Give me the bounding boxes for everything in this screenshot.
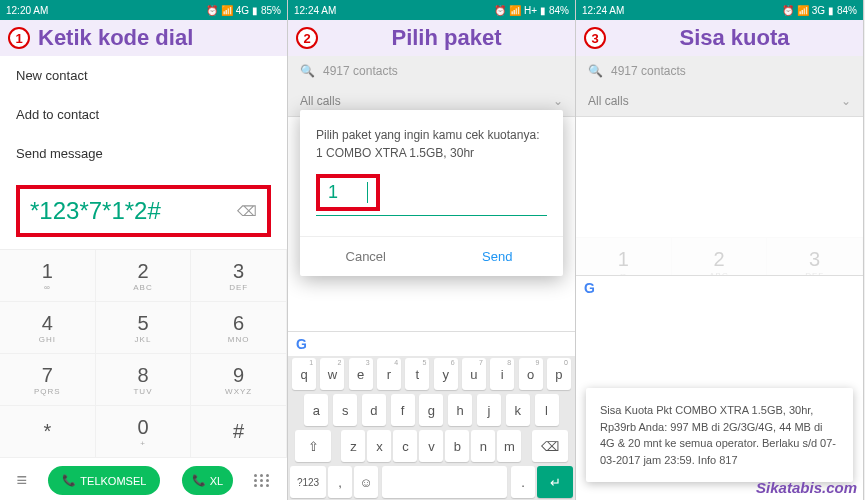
search-icon: 🔍 [300,64,315,78]
title-text: Ketik kode dial [38,25,279,51]
menu-icon[interactable]: ≡ [17,470,28,491]
status-right: ⏰ 📶 3G ▮ 84% [782,5,857,16]
key-a[interactable]: a [304,394,328,426]
key-z[interactable]: z [341,430,365,462]
title-bar: 1 Ketik kode dial [0,20,287,56]
input-underline [316,215,547,216]
key-p[interactable]: 0p [547,358,571,390]
key-9[interactable]: 9WXYZ [191,354,287,406]
key-2[interactable]: 2ABC [96,250,192,302]
search-row[interactable]: 🔍 4917 contacts [288,56,575,86]
key-l[interactable]: l [535,394,559,426]
key-c[interactable]: c [393,430,417,462]
watermark: Sikatabis.com [756,479,857,496]
network-label: 3G [812,5,825,16]
soft-keyboard: G 1q2w3e4r5t6y7u8i9o0p asdfghjkl ⇧ zxcvb… [288,331,575,500]
search-placeholder: 4917 contacts [611,64,686,78]
step-badge: 1 [8,27,30,49]
key-u[interactable]: 7u [462,358,486,390]
key-0[interactable]: 0+ [96,406,192,458]
status-bar: 12:24 AM ⏰ 📶 3G ▮ 84% [576,0,863,20]
dialog-buttons: Cancel Send [300,236,563,276]
key-n[interactable]: n [471,430,495,462]
menu-new-contact[interactable]: New contact [0,56,287,95]
ussd-input[interactable] [328,182,368,203]
shift-key[interactable]: ⇧ [295,430,331,462]
emoji-key[interactable]: ☺ [354,466,378,498]
battery-label: 84% [837,5,857,16]
space-key[interactable] [382,466,507,498]
key-8[interactable]: 8TUV [96,354,192,406]
dialpad-toggle-icon[interactable] [254,474,270,487]
call-xl-button[interactable]: 📞 XL [182,466,233,495]
bottom-row: ≡ 📞 TELKOMSEL 📞 XL [0,458,287,500]
search-row[interactable]: 🔍 4917 contacts [576,56,863,86]
status-time: 12:24 AM [582,5,624,16]
filter-row[interactable]: All calls ⌄ [576,86,863,117]
keypad: 1∞2ABC3DEF4GHI5JKL6MNO7PQRS8TUV9WXYZ*0+# [0,249,287,458]
key-h[interactable]: h [448,394,472,426]
call-telkomsel-button[interactable]: 📞 TELKOMSEL [48,466,160,495]
title-text: Pilih paket [326,25,567,51]
google-suggest-row: G [576,275,863,300]
key-v[interactable]: v [419,430,443,462]
key-7[interactable]: 7PQRS [0,354,96,406]
key-m[interactable]: m [497,430,521,462]
status-right: ⏰ 📶 4G ▮ 85% [206,5,281,16]
key-4[interactable]: 4GHI [0,302,96,354]
menu-add-contact[interactable]: Add to contact [0,95,287,134]
key-#[interactable]: # [191,406,287,458]
key-6[interactable]: 6MNO [191,302,287,354]
key-j[interactable]: j [477,394,501,426]
period-key[interactable]: . [511,466,535,498]
send-button[interactable]: Send [432,237,564,276]
key-x[interactable]: x [367,430,391,462]
key-1[interactable]: 1∞ [0,250,96,302]
key-f[interactable]: f [391,394,415,426]
menu-send-message[interactable]: Send message [0,134,287,173]
key-d[interactable]: d [362,394,386,426]
key-y[interactable]: 6y [434,358,458,390]
status-bar: 12:24 AM ⏰ 📶 H+ ▮ 84% [288,0,575,20]
backspace-key[interactable]: ⌫ [532,430,568,462]
panel-pilih-paket: 12:24 AM ⏰ 📶 H+ ▮ 84% 2 Pilih paket 🔍 49… [288,0,576,500]
input-highlight [316,174,380,211]
key-w[interactable]: 2w [320,358,344,390]
cancel-button[interactable]: Cancel [300,237,432,276]
title-bar: 2 Pilih paket [288,20,575,56]
key-o[interactable]: 9o [519,358,543,390]
network-label: 4G [236,5,249,16]
chevron-down-icon: ⌄ [553,94,563,108]
key-q[interactable]: 1q [292,358,316,390]
comma-key[interactable]: , [328,466,352,498]
key-3[interactable]: 3DEF [191,250,287,302]
dial-display: *123*7*1*2# ⌫ [16,185,271,237]
chevron-down-icon: ⌄ [841,94,851,108]
filter-label: All calls [300,94,341,108]
title-text: Sisa kuota [614,25,855,51]
key-g[interactable]: g [419,394,443,426]
battery-icon: ▮ [252,5,258,16]
ussd-result-toast: Sisa Kuota Pkt COMBO XTRA 1.5GB, 30hr, R… [586,388,853,482]
key-k[interactable]: k [506,394,530,426]
key-*[interactable]: * [0,406,96,458]
key-s[interactable]: s [333,394,357,426]
symbols-key[interactable]: ?123 [290,466,326,498]
key-t[interactable]: 5t [405,358,429,390]
status-bar: 12:20 AM ⏰ 📶 4G ▮ 85% [0,0,287,20]
key-5[interactable]: 5JKL [96,302,192,354]
dial-code: *123*7*1*2# [30,197,161,225]
backspace-icon[interactable]: ⌫ [237,203,257,219]
signal-icon: 📶 [509,5,521,16]
enter-key[interactable]: ↵ [537,466,573,498]
key-r[interactable]: 4r [377,358,401,390]
key-b[interactable]: b [445,430,469,462]
key-e[interactable]: 3e [349,358,373,390]
signal-icon: 📶 [797,5,809,16]
key-i[interactable]: 8i [490,358,514,390]
alarm-icon: ⏰ [206,5,218,16]
phone-icon: 📞 [62,474,76,487]
title-bar: 3 Sisa kuota [576,20,863,56]
alarm-icon: ⏰ [782,5,794,16]
battery-icon: ▮ [828,5,834,16]
